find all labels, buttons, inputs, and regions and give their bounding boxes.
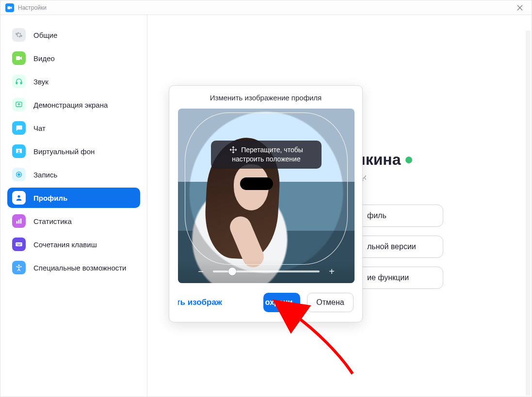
sidebar-item-statistics[interactable]: Статистика xyxy=(7,211,140,231)
svg-point-8 xyxy=(18,174,20,175)
window-close-button[interactable] xyxy=(513,1,527,15)
svg-rect-1 xyxy=(16,56,20,60)
svg-rect-12 xyxy=(20,219,22,224)
sidebar-item-label: Специальные возможности xyxy=(33,264,127,272)
cancel-button[interactable]: Отмена xyxy=(307,293,354,312)
sidebar: Общие Видео Звук Демонстрация экрана xyxy=(0,15,147,397)
chat-icon xyxy=(12,121,26,135)
sidebar-item-label: Виртуальный фон xyxy=(33,147,95,156)
svg-rect-13 xyxy=(16,242,22,246)
screen-share-icon xyxy=(12,98,26,111)
sidebar-item-shortcuts[interactable]: Сочетания клавиш xyxy=(7,234,140,254)
svg-point-19 xyxy=(18,265,19,266)
crop-mask xyxy=(178,109,355,283)
sidebar-item-record[interactable]: Запись xyxy=(7,164,140,185)
zoom-in-icon[interactable]: + xyxy=(327,266,336,277)
svg-rect-11 xyxy=(18,220,20,223)
zoom-thumb[interactable] xyxy=(228,268,236,275)
profile-name: икина xyxy=(356,151,443,169)
change-photo-modal: Изменить изображение профиля Перетащите,… xyxy=(169,85,363,322)
title-bar: Настройки xyxy=(0,0,532,15)
sidebar-item-label: Сочетания клавиш xyxy=(33,240,97,249)
svg-rect-14 xyxy=(16,243,17,244)
window-title: Настройки xyxy=(18,4,47,11)
sidebar-item-label: Звук xyxy=(33,78,48,86)
statistics-icon xyxy=(12,214,26,228)
settings-window: Настройки Общие Видео xyxy=(0,0,532,397)
profile-btn-1[interactable]: филь xyxy=(356,205,443,227)
sidebar-item-screen-share[interactable]: Демонстрация экрана xyxy=(7,95,140,115)
profile-btn-3[interactable]: ие функции xyxy=(356,267,443,289)
gear-icon xyxy=(12,28,26,42)
sidebar-item-label: Общие xyxy=(33,31,57,39)
sidebar-item-label: Запись xyxy=(33,171,57,179)
svg-rect-17 xyxy=(20,243,21,244)
headphones-icon xyxy=(12,75,26,88)
svg-rect-2 xyxy=(16,82,17,84)
sidebar-item-accessibility[interactable]: Специальные возможности xyxy=(7,257,140,278)
zoom-track[interactable] xyxy=(213,270,320,272)
svg-point-6 xyxy=(18,150,19,151)
scrollbar[interactable] xyxy=(526,31,531,396)
hide-icon[interactable] xyxy=(356,175,443,184)
sidebar-item-profile[interactable]: Профиль xyxy=(7,188,140,208)
sidebar-item-virtual-bg[interactable]: Виртуальный фон xyxy=(7,141,140,161)
save-button[interactable]: охрани xyxy=(263,293,300,312)
zoom-slider[interactable]: − + xyxy=(178,260,355,283)
svg-rect-15 xyxy=(18,243,18,244)
svg-point-9 xyxy=(17,195,20,198)
svg-rect-0 xyxy=(8,6,11,9)
move-icon xyxy=(229,146,237,154)
app-icon xyxy=(5,3,14,12)
profile-icon xyxy=(12,191,26,205)
sidebar-item-audio[interactable]: Звук xyxy=(7,71,140,92)
change-image-link[interactable]: енить изображ xyxy=(178,298,222,307)
keyboard-icon xyxy=(12,238,26,251)
status-indicator xyxy=(405,157,412,163)
svg-rect-10 xyxy=(16,221,18,223)
accessibility-icon xyxy=(12,261,26,274)
virtual-background-icon xyxy=(12,144,26,158)
sidebar-item-general[interactable]: Общие xyxy=(7,25,140,45)
profile-btn-2[interactable]: льной версии xyxy=(356,236,443,258)
modal-title: Изменить изображение профиля xyxy=(178,94,354,102)
video-icon xyxy=(12,51,26,65)
sidebar-item-label: Демонстрация экрана xyxy=(33,101,108,109)
sidebar-item-chat[interactable]: Чат xyxy=(7,118,140,138)
sidebar-item-label: Статистика xyxy=(33,217,72,225)
profile-header: икина филь льной версии ие функции xyxy=(356,151,443,289)
svg-rect-3 xyxy=(20,82,22,84)
svg-rect-18 xyxy=(17,245,21,245)
image-cropper[interactable]: Перетащите, чтобы настроить положение − … xyxy=(178,109,355,283)
record-icon xyxy=(12,168,26,181)
sidebar-item-label: Чат xyxy=(33,124,46,132)
svg-rect-16 xyxy=(19,243,20,244)
zoom-out-icon[interactable]: − xyxy=(196,266,205,277)
sidebar-item-label: Профиль xyxy=(33,194,67,202)
drag-tooltip: Перетащите, чтобы настроить положение xyxy=(211,141,322,169)
sidebar-item-label: Видео xyxy=(33,54,55,63)
sidebar-item-video[interactable]: Видео xyxy=(7,48,140,68)
